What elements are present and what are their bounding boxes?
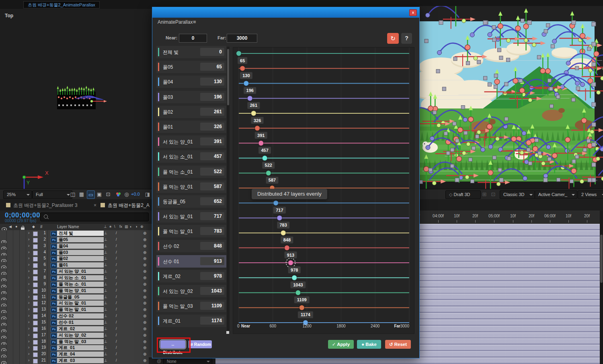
depth-dot[interactable] [251,110,256,116]
depth-list-item[interactable]: 선수 02 848 [156,240,226,252]
tab-close-icon[interactable]: × [94,201,96,211]
depth-list-item[interactable]: 선수 01 913 [156,255,226,268]
help-button[interactable]: ? [401,33,412,44]
layer-depth-value[interactable]: 652 [200,197,224,205]
disclosure-icon[interactable]: › [28,326,29,331]
resolution-select[interactable]: Full [32,190,72,199]
depth-list-item[interactable]: 서 있는 말_01 717 [156,210,226,223]
shy-icon[interactable]: ⊥ [104,282,107,286]
disclosure-icon[interactable]: › [28,333,29,337]
disclosure-icon[interactable]: › [28,275,29,280]
layer-depth-value[interactable]: 391 [200,137,224,145]
depth-dot[interactable] [236,51,242,56]
depth-list-item[interactable]: 풀04 130 [156,76,226,88]
layer-name[interactable]: 게르_02 [57,326,104,331]
quality-icon[interactable]: / [116,250,117,254]
label-color-swatch[interactable] [33,238,38,243]
layer-depth-value[interactable]: 522 [200,168,224,176]
reset-button[interactable]: ↺ Reset [385,340,411,349]
layer-depth-value[interactable]: 0 [200,48,224,56]
3d-layer-icon[interactable]: ⊕ [143,276,146,280]
list-resize-grip[interactable] [226,331,229,334]
depth-list-item[interactable]: 풀03 196 [156,91,226,103]
parent-select[interactable]: None [163,358,212,364]
quality-icon[interactable]: / [116,346,117,350]
timeline-layer-row[interactable]: › 18 Ps 풀 먹는 말_03 ⊥ / ⊕ [0,339,152,346]
current-timecode[interactable]: 0;00;00;00 [5,211,40,219]
timeline-layer-row[interactable]: › 14 Ps 선수 02 ⊥ / ⊕ [0,313,152,320]
timeline-layer-row[interactable]: › 9 Ps 풀 먹는 소_01 ⊥ / ⊕ [0,281,152,288]
exposure-icon[interactable]: ◎ [123,190,130,198]
label-color-swatch[interactable] [33,282,38,287]
depth-dot[interactable] [281,230,286,235]
shy-icon[interactable]: ⊥ [104,346,107,350]
layer-depth-value[interactable]: 978 [200,272,224,280]
layer-name[interactable]: 풀01 [57,262,104,268]
shy-icon[interactable]: ⊥ [104,250,107,254]
label-color-swatch[interactable] [33,321,38,325]
layer-depth-value[interactable]: 913 [200,257,224,265]
3d-layer-icon[interactable]: ⊕ [143,358,146,363]
layer-depth-value[interactable]: 261 [200,108,224,116]
3d-layer-icon[interactable]: ⊕ [143,339,146,344]
depth-list-item[interactable]: 서 있는 양_01 391 [156,135,226,148]
depth-dot[interactable] [299,305,304,310]
quality-icon[interactable]: / [116,269,117,273]
layer-depth-value[interactable]: 1174 [200,317,224,325]
depth-dot[interactable] [277,215,282,221]
depth-list-item[interactable]: 풀02 261 [156,106,226,118]
layer-depth-value[interactable]: 457 [200,152,224,160]
disclosure-icon[interactable]: › [28,256,29,260]
3d-layer-icon[interactable]: ⊕ [143,256,146,261]
layer-name[interactable]: 게르_01 [57,345,104,350]
timeline-layer-row[interactable]: › 4 Ps 풀03 ⊥ / ⊕ [0,249,152,256]
layer-depth-value[interactable]: 1109 [200,302,224,310]
label-color-swatch[interactable] [33,244,38,249]
search-input[interactable] [40,213,149,221]
list-scrollbar[interactable] [227,47,230,331]
label-color-swatch[interactable] [33,301,38,306]
timeline-layer-row[interactable]: › 21 Ps 게르_03 ⊥ / ⊕ [0,358,152,364]
quality-icon[interactable]: / [116,231,117,235]
timeline-layer-row[interactable]: › 3 Ps 풀04 ⊥ / ⊕ [0,243,152,250]
layer-name[interactable]: 동글풀_05 [57,294,104,300]
label-color-swatch[interactable] [33,333,38,338]
depth-list-item[interactable]: 동글풀_05 652 [156,195,226,208]
quality-icon[interactable]: / [116,288,117,292]
label-color-swatch[interactable] [33,270,38,274]
bake-button[interactable]: ● Bake [357,340,381,349]
shy-icon[interactable]: ⊥ [104,288,107,292]
label-color-swatch[interactable] [33,352,38,357]
disclosure-icon[interactable]: › [28,282,29,286]
label-color-swatch[interactable] [33,276,38,281]
pickwhip-icon[interactable]: @ [157,358,161,363]
3d-layer-icon[interactable]: ⊕ [143,282,146,286]
depth-list-item[interactable]: 풀01 326 [156,121,226,133]
timeline-layer-row[interactable]: › 15 Ps 선수 01 ⊥ / ⊕ [0,319,152,326]
shy-icon[interactable]: ⊥ [104,301,107,305]
depth-dot[interactable] [266,170,271,176]
label-color-swatch[interactable] [33,340,38,345]
timeline-layer-row[interactable]: › 2 Ps 풀05 ⊥ / ⊕ [0,237,152,243]
label-color-swatch[interactable] [33,263,38,268]
roi-icon[interactable]: ▭ [87,190,95,199]
depth-dot[interactable] [258,141,264,146]
layer-depth-value[interactable]: 717 [200,212,224,220]
depth-list-item[interactable]: 게르_02 978 [156,270,226,282]
depth-dot[interactable] [244,81,249,86]
shy-icon[interactable]: ⊥ [104,327,107,331]
depth-list-item[interactable]: 풀 먹는 말_01 783 [156,225,226,237]
layer-name[interactable]: 게르_03 [57,358,104,363]
layer-name[interactable]: 서 있는 소_01 [57,275,104,280]
layer-depth-value[interactable]: 1043 [200,287,224,295]
depth-list-item[interactable]: 전체 빛 0 [156,46,226,58]
depth-list-item[interactable]: 게르_01 1174 [156,315,226,327]
near-input[interactable]: 0 [179,34,207,43]
disclosure-icon[interactable]: › [28,231,29,235]
layer-depth-value[interactable]: 783 [200,227,224,235]
mask-visibility-icon[interactable]: ▣ [96,190,103,198]
layer-depth-value[interactable]: 130 [200,78,224,86]
apply-button[interactable]: ✓ Apply [328,340,354,349]
shy-icon[interactable]: ⊥ [104,333,107,337]
quality-icon[interactable]: / [116,320,117,324]
